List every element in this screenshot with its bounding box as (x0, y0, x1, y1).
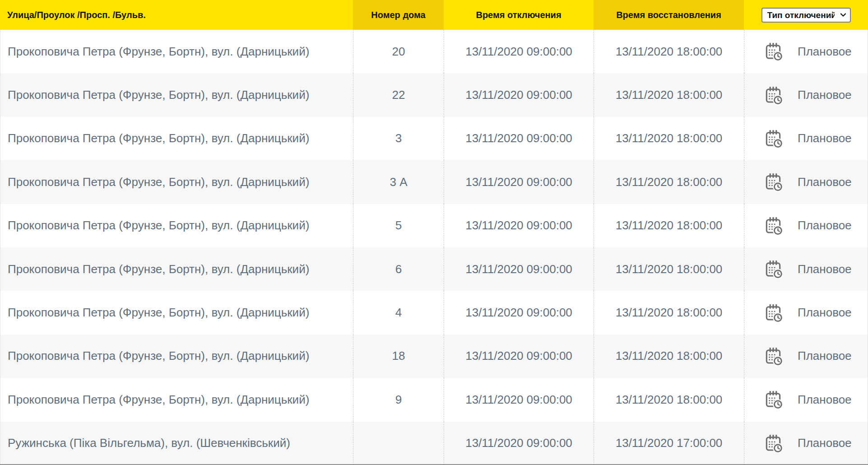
street-cell: Прокоповича Петра (Фрунзе, Бортн), вул. … (0, 117, 353, 160)
outage-time-cell: 13/11/2020 09:00:00 (444, 160, 594, 204)
outage-type-cell: Плановое (744, 73, 868, 116)
outage-type-label: Плановое (798, 131, 852, 145)
outage-time-cell: 13/11/2020 09:00:00 (444, 30, 594, 73)
table-row: Прокоповича Петра (Фрунзе, Бортн), вул. … (0, 335, 868, 378)
calendar-clock-icon (763, 433, 783, 453)
restore-time-cell: 13/11/2020 18:00:00 (594, 117, 744, 160)
outage-time-cell: 13/11/2020 09:00:00 (444, 378, 594, 421)
table-row: Прокоповича Петра (Фрунзе, Бортн), вул. … (0, 117, 868, 160)
street-cell: Прокоповича Петра (Фрунзе, Бортн), вул. … (0, 335, 353, 378)
street-cell: Прокоповича Петра (Фрунзе, Бортн), вул. … (0, 30, 353, 73)
table-row: Прокоповича Петра (Фрунзе, Бортн), вул. … (0, 160, 868, 204)
outage-time-cell: 13/11/2020 09:00:00 (444, 335, 594, 378)
outage-time-cell: 13/11/2020 09:00:00 (444, 247, 594, 291)
street-cell: Прокоповича Петра (Фрунзе, Бортн), вул. … (0, 378, 353, 421)
street-cell: Прокоповича Петра (Фрунзе, Бортн), вул. … (0, 204, 353, 247)
outage-time-cell: 13/11/2020 09:00:00 (444, 204, 594, 247)
restore-time-cell: 13/11/2020 18:00:00 (594, 378, 744, 421)
outage-time-cell: 13/11/2020 09:00:00 (444, 117, 594, 160)
table-row: Прокоповича Петра (Фрунзе, Бортн), вул. … (0, 378, 868, 421)
header-cell-restore-time: Время восстановления (594, 0, 744, 30)
outage-type-select[interactable]: Тип отключений (761, 8, 851, 23)
house-number-cell: 5 (353, 204, 444, 247)
restore-time-cell: 13/11/2020 18:00:00 (594, 30, 744, 73)
house-number-cell: 3 (353, 117, 444, 160)
outage-time-cell: 13/11/2020 09:00:00 (444, 291, 594, 334)
house-number-cell: 3 А (353, 160, 444, 204)
calendar-clock-icon (763, 129, 783, 149)
calendar-clock-icon (763, 42, 783, 61)
street-cell: Прокоповича Петра (Фрунзе, Бортн), вул. … (0, 291, 353, 334)
outage-type-label: Плановое (798, 45, 852, 59)
table-row: Прокоповича Петра (Фрунзе, Бортн), вул. … (0, 247, 868, 291)
restore-time-cell: 13/11/2020 18:00:00 (594, 291, 744, 334)
restore-time-cell: 13/11/2020 18:00:00 (594, 335, 744, 378)
restore-time-cell: 13/11/2020 18:00:00 (594, 160, 744, 204)
restore-time-cell: 13/11/2020 18:00:00 (594, 247, 744, 291)
outage-type-cell: Плановое (744, 335, 868, 378)
header-cell-outage-time: Время отключения (444, 0, 594, 30)
header-cell-outage-type: Тип отключений (744, 0, 868, 30)
outage-type-cell: Плановое (744, 378, 868, 421)
outage-type-label: Плановое (798, 175, 852, 189)
table-row: Прокоповича Петра (Фрунзе, Бортн), вул. … (0, 204, 868, 247)
outage-type-label: Плановое (798, 219, 852, 232)
outage-type-cell: Плановое (744, 204, 868, 247)
street-cell: Прокоповича Петра (Фрунзе, Бортн), вул. … (0, 73, 353, 116)
header-cell-house-number: Номер дома (353, 0, 444, 30)
outage-type-label: Плановое (798, 436, 852, 450)
house-number-cell: 18 (353, 335, 444, 378)
outage-type-label: Плановое (798, 349, 852, 363)
table-row: Ружинська (Піка Вільгельма), вул. (Шевче… (0, 422, 868, 465)
table-row: Прокоповича Петра (Фрунзе, Бортн), вул. … (0, 30, 868, 73)
street-cell: Прокоповича Петра (Фрунзе, Бортн), вул. … (0, 160, 353, 204)
restore-time-cell: 13/11/2020 17:00:00 (594, 422, 744, 465)
outage-type-cell: Плановое (744, 117, 868, 160)
outage-type-label: Плановое (798, 262, 852, 276)
house-number-cell: 9 (353, 378, 444, 421)
restore-time-cell: 13/11/2020 18:00:00 (594, 204, 744, 247)
table-body: Прокоповича Петра (Фрунзе, Бортн), вул. … (0, 30, 868, 465)
table-header: Улица/Проулок /Просп. /Бульв. Номер дома… (0, 0, 868, 30)
outage-type-cell: Плановое (744, 30, 868, 73)
table-row: Прокоповича Петра (Фрунзе, Бортн), вул. … (0, 73, 868, 116)
calendar-clock-icon (763, 85, 783, 105)
outage-type-label: Плановое (798, 306, 852, 320)
outage-time-cell: 13/11/2020 09:00:00 (444, 422, 594, 465)
outage-schedule-table: Улица/Проулок /Просп. /Бульв. Номер дома… (0, 0, 868, 465)
table-row: Прокоповича Петра (Фрунзе, Бортн), вул. … (0, 291, 868, 334)
restore-time-cell: 13/11/2020 18:00:00 (594, 73, 744, 116)
calendar-clock-icon (763, 172, 783, 192)
calendar-clock-icon (763, 346, 783, 366)
street-cell: Ружинська (Піка Вільгельма), вул. (Шевче… (0, 422, 353, 465)
calendar-clock-icon (763, 390, 783, 409)
outage-type-cell: Плановое (744, 422, 868, 465)
outage-type-cell: Плановое (744, 291, 868, 334)
outage-time-cell: 13/11/2020 09:00:00 (444, 73, 594, 116)
house-number-cell: 6 (353, 247, 444, 291)
street-cell: Прокоповича Петра (Фрунзе, Бортн), вул. … (0, 247, 353, 291)
outage-type-cell: Плановое (744, 160, 868, 204)
calendar-clock-icon (763, 259, 783, 279)
outage-type-label: Плановое (798, 393, 852, 407)
house-number-cell (353, 422, 444, 465)
house-number-cell: 22 (353, 73, 444, 116)
header-cell-street: Улица/Проулок /Просп. /Бульв. (0, 0, 353, 30)
calendar-clock-icon (763, 216, 783, 236)
house-number-cell: 4 (353, 291, 444, 334)
outage-type-cell: Плановое (744, 247, 868, 291)
house-number-cell: 20 (353, 30, 444, 73)
calendar-clock-icon (763, 303, 783, 323)
outage-type-label: Плановое (798, 88, 852, 102)
